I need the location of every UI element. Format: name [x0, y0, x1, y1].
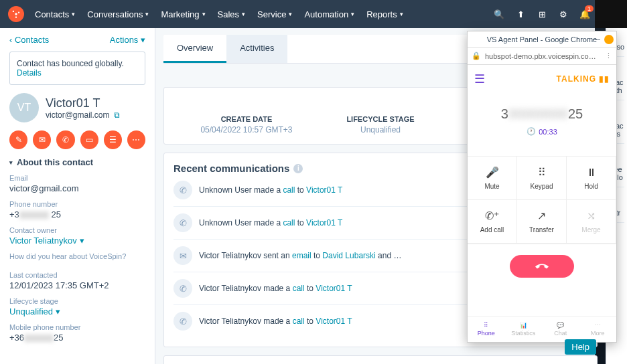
keypad-button[interactable]: ⠿Keypad — [517, 157, 567, 200]
phone-icon: ✆ — [173, 279, 192, 298]
tab-overview[interactable]: Overview — [163, 35, 226, 63]
dialed-number: 30000000025 — [468, 106, 616, 122]
hubspot-logo[interactable] — [8, 6, 24, 22]
upgrade-icon[interactable]: ⬆ — [514, 8, 527, 20]
bottom-chat[interactable]: 💬Chat — [542, 316, 579, 342]
left-panel: ‹ Contacts Actions ▾ Contact has bounced… — [0, 28, 155, 364]
add-call-button[interactable]: ✆⁺Add call — [468, 200, 517, 244]
phone-value: +3 25 — [9, 209, 145, 219]
nav-sales[interactable]: Sales▾ — [218, 9, 246, 19]
call-controls: 🎤Mute ⠿Keypad ⏸Hold ✆⁺Add call ↗Transfer… — [468, 156, 616, 244]
chrome-menu-icon[interactable]: ⋮ — [605, 52, 612, 60]
bounce-warning: Contact has bounced globally. Details — [9, 52, 145, 85]
nav-reports[interactable]: Reports▾ — [366, 9, 403, 19]
more-button[interactable]: ⋯ — [127, 130, 145, 149]
agent-bottom-nav: ⠿Phone 📊Statistics 💬Chat ⋯More — [468, 316, 616, 342]
create-date-label: CREATE DATE — [200, 115, 292, 123]
svg-point-1 — [13, 11, 14, 12]
copy-icon[interactable]: ⧉ — [114, 110, 120, 120]
help-button[interactable]: Help — [565, 339, 596, 355]
call-button[interactable]: ✆ — [56, 130, 74, 149]
last-contacted-label: Last contacted — [9, 271, 145, 279]
agent-panel-window: VS Agent Panel - Google Chrome — 🔒 hubsp… — [467, 31, 617, 343]
note-button[interactable]: ✎ — [9, 130, 27, 149]
lifecycle-label: Lifecycle stage — [9, 297, 145, 305]
top-nav-list: Contacts▾ Conversations▾ Marketing▾ Sale… — [35, 9, 403, 19]
top-navbar: Contacts▾ Conversations▾ Marketing▾ Sale… — [0, 0, 627, 28]
last-contacted-value: 12/01/2023 17:35 GMT+2 — [9, 280, 145, 290]
agent-menu-icon[interactable]: ☰ — [474, 72, 485, 86]
contact-email: victor@gmail.com — [46, 110, 110, 120]
chrome-title-text: VS Agent Panel - Google Chrome — [487, 35, 597, 43]
nav-automation[interactable]: Automation▾ — [304, 9, 354, 19]
bottom-statistics[interactable]: 📊Statistics — [505, 316, 543, 342]
clock-icon: 🕐 — [527, 127, 536, 136]
search-icon[interactable]: 🔍 — [493, 8, 505, 20]
notification-badge: 1 — [585, 5, 594, 12]
chrome-url: hubspot-demo.pbx.voicespin.com/panel/co.… — [485, 52, 601, 60]
recent-comms-title: Recent communications — [173, 163, 289, 174]
task-button[interactable]: ☰ — [104, 130, 122, 149]
about-toggle[interactable]: ▾About this contact — [9, 157, 145, 167]
hear-label: How did you hear about VoiceSpin? — [9, 252, 145, 260]
call-timer: 🕐00:33 — [468, 127, 616, 136]
transfer-button[interactable]: ↗Transfer — [517, 200, 567, 244]
minimize-icon[interactable]: — — [593, 35, 600, 44]
nav-conversations[interactable]: Conversations▾ — [87, 9, 149, 19]
companies-card: + Add⚙ Companies No associated objects o… — [163, 355, 598, 364]
bottom-phone[interactable]: ⠿Phone — [468, 316, 505, 342]
mail-icon: ✉ — [173, 246, 192, 265]
lifecycle-stage-value: Unqualified — [346, 125, 414, 134]
owner-label: Contact owner — [9, 226, 145, 234]
nav-contacts[interactable]: Contacts▾ — [35, 9, 75, 19]
svg-point-3 — [15, 17, 17, 18]
nav-marketing[interactable]: Marketing▾ — [161, 9, 205, 19]
merge-button: ⤭Merge — [567, 200, 616, 244]
nav-service[interactable]: Service▾ — [257, 9, 292, 19]
actions-dropdown[interactable]: Actions ▾ — [110, 35, 145, 45]
mute-button[interactable]: 🎤Mute — [468, 157, 517, 200]
phone-icon: ✆ — [173, 181, 192, 199]
hold-button[interactable]: ⏸Hold — [567, 157, 616, 200]
call-status: TALKING ▮▮ — [557, 74, 610, 84]
owner-select[interactable]: Victor Teliatnykov ▾ — [9, 236, 84, 246]
close-icon[interactable] — [604, 35, 614, 44]
lock-icon: 🔒 — [472, 52, 481, 60]
notifications-icon[interactable]: 🔔1 — [579, 8, 591, 20]
info-icon[interactable]: i — [293, 164, 303, 173]
svg-point-0 — [15, 13, 17, 15]
marketplace-icon[interactable]: ⊞ — [536, 8, 548, 20]
email-label: Email — [9, 174, 145, 182]
mobile-value: +3625 — [9, 333, 145, 343]
hangup-button[interactable] — [510, 255, 574, 278]
email-value: victor@gmail.com — [9, 183, 145, 193]
phone-icon: ✆ — [173, 213, 192, 232]
email-button[interactable]: ✉ — [33, 130, 51, 149]
lifecycle-stage-label: LIFECYCLE STAGE — [346, 115, 414, 123]
contact-name: Victor01 T — [46, 96, 120, 110]
chrome-addressbar[interactable]: 🔒 hubspot-demo.pbx.voicespin.com/panel/c… — [468, 48, 616, 65]
phone-icon: ✆ — [173, 312, 192, 331]
lifecycle-select[interactable]: Unqualified ▾ — [9, 306, 60, 316]
back-contacts-link[interactable]: ‹ Contacts — [9, 35, 49, 45]
svg-point-2 — [18, 12, 19, 13]
bounce-details-link[interactable]: Details — [17, 68, 42, 78]
create-date-value: 05/04/2022 10:57 GMT+3 — [200, 125, 292, 134]
mobile-label: Mobile phone number — [9, 323, 145, 331]
log-button[interactable]: ▭ — [80, 130, 98, 149]
contact-avatar: VT — [9, 93, 39, 122]
bottom-more[interactable]: ⋯More — [579, 316, 617, 342]
phone-label: Phone number — [9, 200, 145, 208]
tab-activities[interactable]: Activities — [226, 35, 287, 63]
chrome-titlebar[interactable]: VS Agent Panel - Google Chrome — — [468, 31, 616, 48]
settings-icon[interactable]: ⚙ — [557, 8, 569, 20]
